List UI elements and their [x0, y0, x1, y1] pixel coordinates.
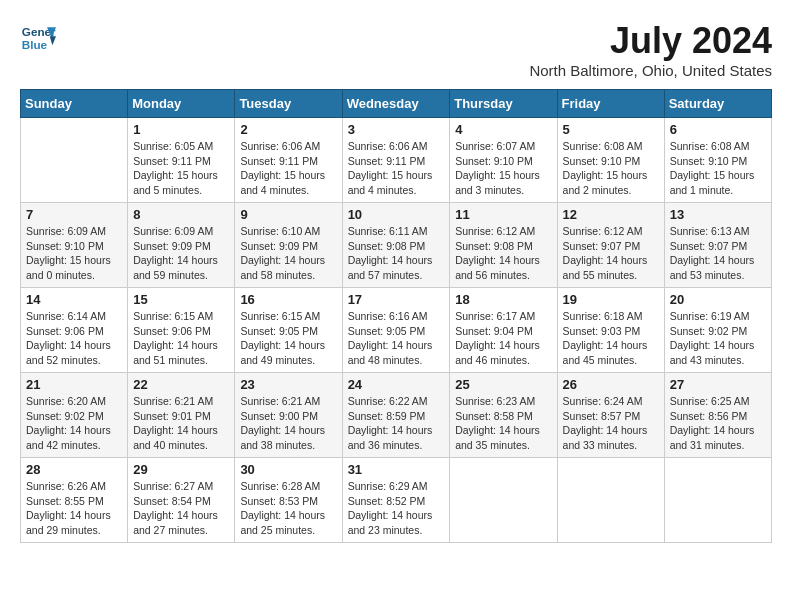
day-number: 23	[240, 377, 336, 392]
cell-sun-info: Sunrise: 6:12 AM Sunset: 9:07 PM Dayligh…	[563, 224, 659, 283]
day-number: 26	[563, 377, 659, 392]
cell-sun-info: Sunrise: 6:15 AM Sunset: 9:06 PM Dayligh…	[133, 309, 229, 368]
header-sunday: Sunday	[21, 90, 128, 118]
calendar-cell: 1Sunrise: 6:05 AM Sunset: 9:11 PM Daylig…	[128, 118, 235, 203]
cell-sun-info: Sunrise: 6:08 AM Sunset: 9:10 PM Dayligh…	[670, 139, 766, 198]
calendar-week-row: 28Sunrise: 6:26 AM Sunset: 8:55 PM Dayli…	[21, 458, 772, 543]
cell-sun-info: Sunrise: 6:21 AM Sunset: 9:01 PM Dayligh…	[133, 394, 229, 453]
calendar-cell	[450, 458, 557, 543]
day-number: 15	[133, 292, 229, 307]
day-number: 28	[26, 462, 122, 477]
calendar-cell: 6Sunrise: 6:08 AM Sunset: 9:10 PM Daylig…	[664, 118, 771, 203]
cell-sun-info: Sunrise: 6:26 AM Sunset: 8:55 PM Dayligh…	[26, 479, 122, 538]
day-number: 11	[455, 207, 551, 222]
day-number: 18	[455, 292, 551, 307]
calendar-cell: 24Sunrise: 6:22 AM Sunset: 8:59 PM Dayli…	[342, 373, 450, 458]
calendar-cell: 27Sunrise: 6:25 AM Sunset: 8:56 PM Dayli…	[664, 373, 771, 458]
calendar-cell: 13Sunrise: 6:13 AM Sunset: 9:07 PM Dayli…	[664, 203, 771, 288]
day-number: 8	[133, 207, 229, 222]
day-number: 12	[563, 207, 659, 222]
calendar-cell	[664, 458, 771, 543]
day-number: 10	[348, 207, 445, 222]
day-number: 17	[348, 292, 445, 307]
day-number: 22	[133, 377, 229, 392]
location: North Baltimore, Ohio, United States	[529, 62, 772, 79]
day-number: 30	[240, 462, 336, 477]
cell-sun-info: Sunrise: 6:05 AM Sunset: 9:11 PM Dayligh…	[133, 139, 229, 198]
day-number: 1	[133, 122, 229, 137]
calendar-cell: 19Sunrise: 6:18 AM Sunset: 9:03 PM Dayli…	[557, 288, 664, 373]
calendar-cell: 28Sunrise: 6:26 AM Sunset: 8:55 PM Dayli…	[21, 458, 128, 543]
calendar-cell: 31Sunrise: 6:29 AM Sunset: 8:52 PM Dayli…	[342, 458, 450, 543]
calendar-week-row: 7Sunrise: 6:09 AM Sunset: 9:10 PM Daylig…	[21, 203, 772, 288]
calendar-cell: 26Sunrise: 6:24 AM Sunset: 8:57 PM Dayli…	[557, 373, 664, 458]
cell-sun-info: Sunrise: 6:15 AM Sunset: 9:05 PM Dayligh…	[240, 309, 336, 368]
calendar-cell: 3Sunrise: 6:06 AM Sunset: 9:11 PM Daylig…	[342, 118, 450, 203]
calendar-cell: 25Sunrise: 6:23 AM Sunset: 8:58 PM Dayli…	[450, 373, 557, 458]
cell-sun-info: Sunrise: 6:21 AM Sunset: 9:00 PM Dayligh…	[240, 394, 336, 453]
header-saturday: Saturday	[664, 90, 771, 118]
day-number: 9	[240, 207, 336, 222]
cell-sun-info: Sunrise: 6:06 AM Sunset: 9:11 PM Dayligh…	[240, 139, 336, 198]
cell-sun-info: Sunrise: 6:09 AM Sunset: 9:09 PM Dayligh…	[133, 224, 229, 283]
calendar-cell: 23Sunrise: 6:21 AM Sunset: 9:00 PM Dayli…	[235, 373, 342, 458]
cell-sun-info: Sunrise: 6:14 AM Sunset: 9:06 PM Dayligh…	[26, 309, 122, 368]
cell-sun-info: Sunrise: 6:11 AM Sunset: 9:08 PM Dayligh…	[348, 224, 445, 283]
header-thursday: Thursday	[450, 90, 557, 118]
calendar-cell: 22Sunrise: 6:21 AM Sunset: 9:01 PM Dayli…	[128, 373, 235, 458]
cell-sun-info: Sunrise: 6:23 AM Sunset: 8:58 PM Dayligh…	[455, 394, 551, 453]
month-year: July 2024	[529, 20, 772, 62]
logo-icon: General Blue	[20, 20, 56, 56]
cell-sun-info: Sunrise: 6:16 AM Sunset: 9:05 PM Dayligh…	[348, 309, 445, 368]
cell-sun-info: Sunrise: 6:09 AM Sunset: 9:10 PM Dayligh…	[26, 224, 122, 283]
calendar-cell: 16Sunrise: 6:15 AM Sunset: 9:05 PM Dayli…	[235, 288, 342, 373]
cell-sun-info: Sunrise: 6:12 AM Sunset: 9:08 PM Dayligh…	[455, 224, 551, 283]
cell-sun-info: Sunrise: 6:18 AM Sunset: 9:03 PM Dayligh…	[563, 309, 659, 368]
day-number: 19	[563, 292, 659, 307]
cell-sun-info: Sunrise: 6:06 AM Sunset: 9:11 PM Dayligh…	[348, 139, 445, 198]
calendar-week-row: 14Sunrise: 6:14 AM Sunset: 9:06 PM Dayli…	[21, 288, 772, 373]
day-number: 14	[26, 292, 122, 307]
cell-sun-info: Sunrise: 6:17 AM Sunset: 9:04 PM Dayligh…	[455, 309, 551, 368]
cell-sun-info: Sunrise: 6:29 AM Sunset: 8:52 PM Dayligh…	[348, 479, 445, 538]
calendar-header-row: SundayMondayTuesdayWednesdayThursdayFrid…	[21, 90, 772, 118]
calendar-cell: 15Sunrise: 6:15 AM Sunset: 9:06 PM Dayli…	[128, 288, 235, 373]
day-number: 16	[240, 292, 336, 307]
calendar-cell: 29Sunrise: 6:27 AM Sunset: 8:54 PM Dayli…	[128, 458, 235, 543]
cell-sun-info: Sunrise: 6:20 AM Sunset: 9:02 PM Dayligh…	[26, 394, 122, 453]
svg-text:Blue: Blue	[22, 38, 48, 51]
calendar-cell: 9Sunrise: 6:10 AM Sunset: 9:09 PM Daylig…	[235, 203, 342, 288]
day-number: 24	[348, 377, 445, 392]
header-wednesday: Wednesday	[342, 90, 450, 118]
cell-sun-info: Sunrise: 6:10 AM Sunset: 9:09 PM Dayligh…	[240, 224, 336, 283]
logo: General Blue	[20, 20, 56, 56]
day-number: 27	[670, 377, 766, 392]
calendar-cell: 12Sunrise: 6:12 AM Sunset: 9:07 PM Dayli…	[557, 203, 664, 288]
day-number: 7	[26, 207, 122, 222]
calendar-cell: 5Sunrise: 6:08 AM Sunset: 9:10 PM Daylig…	[557, 118, 664, 203]
page-header: General Blue July 2024 North Baltimore, …	[20, 20, 772, 79]
day-number: 3	[348, 122, 445, 137]
cell-sun-info: Sunrise: 6:19 AM Sunset: 9:02 PM Dayligh…	[670, 309, 766, 368]
cell-sun-info: Sunrise: 6:27 AM Sunset: 8:54 PM Dayligh…	[133, 479, 229, 538]
calendar-cell: 8Sunrise: 6:09 AM Sunset: 9:09 PM Daylig…	[128, 203, 235, 288]
cell-sun-info: Sunrise: 6:24 AM Sunset: 8:57 PM Dayligh…	[563, 394, 659, 453]
header-tuesday: Tuesday	[235, 90, 342, 118]
calendar-cell	[21, 118, 128, 203]
cell-sun-info: Sunrise: 6:07 AM Sunset: 9:10 PM Dayligh…	[455, 139, 551, 198]
cell-sun-info: Sunrise: 6:28 AM Sunset: 8:53 PM Dayligh…	[240, 479, 336, 538]
day-number: 5	[563, 122, 659, 137]
day-number: 20	[670, 292, 766, 307]
header-friday: Friday	[557, 90, 664, 118]
cell-sun-info: Sunrise: 6:08 AM Sunset: 9:10 PM Dayligh…	[563, 139, 659, 198]
calendar-cell: 11Sunrise: 6:12 AM Sunset: 9:08 PM Dayli…	[450, 203, 557, 288]
cell-sun-info: Sunrise: 6:25 AM Sunset: 8:56 PM Dayligh…	[670, 394, 766, 453]
calendar-cell: 17Sunrise: 6:16 AM Sunset: 9:05 PM Dayli…	[342, 288, 450, 373]
calendar-cell: 20Sunrise: 6:19 AM Sunset: 9:02 PM Dayli…	[664, 288, 771, 373]
cell-sun-info: Sunrise: 6:22 AM Sunset: 8:59 PM Dayligh…	[348, 394, 445, 453]
day-number: 6	[670, 122, 766, 137]
calendar-cell: 2Sunrise: 6:06 AM Sunset: 9:11 PM Daylig…	[235, 118, 342, 203]
day-number: 25	[455, 377, 551, 392]
calendar-cell: 14Sunrise: 6:14 AM Sunset: 9:06 PM Dayli…	[21, 288, 128, 373]
calendar-cell: 10Sunrise: 6:11 AM Sunset: 9:08 PM Dayli…	[342, 203, 450, 288]
